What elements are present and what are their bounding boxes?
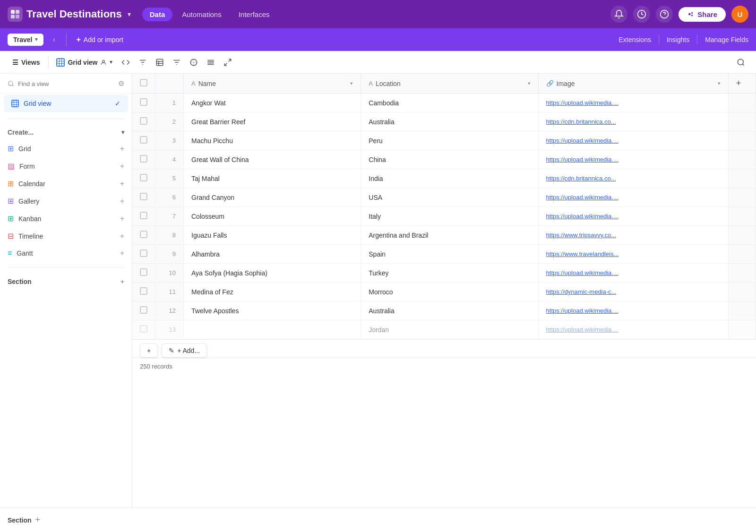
sidebar-type-gallery[interactable]: ⊞ Gallery + xyxy=(0,192,132,210)
sidebar-type-calendar-plus[interactable]: + xyxy=(120,180,124,188)
expand-icon[interactable] xyxy=(220,55,235,70)
row-location-6[interactable]: USA xyxy=(361,188,538,207)
row-image-6[interactable]: https://upload.wikimedia.... xyxy=(538,188,728,207)
sidebar-settings-icon[interactable]: ⚙ xyxy=(118,79,124,88)
row-name-1[interactable]: Angkor Wat xyxy=(184,94,361,112)
row-location-4[interactable]: China xyxy=(361,150,538,169)
row-checkbox-11[interactable] xyxy=(132,283,155,301)
sidebar-type-form[interactable]: ▤ Form + xyxy=(0,157,132,175)
row-image-12[interactable]: https://upload.wikimedia.... xyxy=(538,301,728,320)
row-location-10[interactable]: Turkey xyxy=(361,264,538,283)
row-checkbox-1[interactable] xyxy=(132,94,155,112)
sidebar-section-plus[interactable]: + xyxy=(120,278,124,285)
manage-fields-link[interactable]: Manage Fields xyxy=(705,36,748,43)
help-icon[interactable] xyxy=(656,6,673,23)
sidebar-type-timeline-plus[interactable]: + xyxy=(120,232,124,240)
row-image-1[interactable]: https://upload.wikimedia.... xyxy=(538,94,728,112)
app-title-chevron[interactable]: ▾ xyxy=(128,10,131,18)
row-name-13[interactable] xyxy=(184,320,361,339)
sidebar-type-grid-plus[interactable]: + xyxy=(120,145,124,153)
row-image-5[interactable]: https://cdn.britannica.co... xyxy=(538,169,728,188)
th-add-column[interactable]: + xyxy=(728,74,756,94)
tab-automations[interactable]: Automations xyxy=(174,8,229,21)
row-name-12[interactable]: Twelve Apostles xyxy=(184,301,361,320)
row-checkbox-13[interactable] xyxy=(132,320,155,339)
sidebar-type-grid[interactable]: ⊞ Grid + xyxy=(0,140,132,157)
sidebar-type-kanban-plus[interactable]: + xyxy=(120,215,124,223)
row-location-13[interactable]: Jordan xyxy=(361,320,538,339)
row-name-5[interactable]: Taj Mahal xyxy=(184,169,361,188)
row-image-7[interactable]: https://upload.wikimedia.... xyxy=(538,207,728,226)
row-location-3[interactable]: Peru xyxy=(361,131,538,150)
row-name-3[interactable]: Machu Picchu xyxy=(184,131,361,150)
row-image-2[interactable]: https://cdn.britannica.co... xyxy=(538,112,728,131)
row-location-1[interactable]: Cambodia xyxy=(361,94,538,112)
view-selector[interactable]: Travel ▾ xyxy=(8,34,43,46)
th-location[interactable]: A Location ▾ xyxy=(361,74,538,94)
extensions-link[interactable]: Extensions xyxy=(619,36,651,43)
th-checkbox[interactable] xyxy=(132,74,155,94)
row-checkbox-3[interactable] xyxy=(132,131,155,150)
sidebar-type-gallery-plus[interactable]: + xyxy=(120,197,124,206)
row-name-10[interactable]: Aya Sofya (Hagia Sophia) xyxy=(184,264,361,283)
row-name-8[interactable]: Iguazu Falls xyxy=(184,226,361,245)
row-name-2[interactable]: Great Barrier Reef xyxy=(184,112,361,131)
th-name[interactable]: A Name ▾ xyxy=(184,74,361,94)
views-button[interactable]: ☰ Views xyxy=(8,56,44,69)
add-import-button[interactable]: + Add or import xyxy=(72,33,127,46)
color-icon[interactable] xyxy=(186,55,201,70)
sidebar-type-gantt-plus[interactable]: + xyxy=(120,249,124,257)
row-image-10[interactable]: https://upload.wikimedia.... xyxy=(538,264,728,283)
sidebar-type-calendar[interactable]: ⊞ Calendar + xyxy=(0,175,132,192)
row-location-8[interactable]: Argentina and Brazil xyxy=(361,226,538,245)
code-icon[interactable] xyxy=(118,55,133,70)
nav-collapse-icon[interactable]: ‹ xyxy=(47,33,60,46)
row-checkbox-6[interactable] xyxy=(132,188,155,207)
row-image-11[interactable]: https://dynamic-media-c... xyxy=(538,283,728,301)
bottom-section-plus[interactable]: + xyxy=(35,515,41,525)
grid-view-selector[interactable]: Grid view ▾ xyxy=(52,56,116,69)
row-image-9[interactable]: https://www.travelandleis... xyxy=(538,245,728,264)
add-field-button[interactable]: ✎ + Add... xyxy=(162,343,207,358)
row-location-11[interactable]: Morroco xyxy=(361,283,538,301)
tab-data[interactable]: Data xyxy=(142,8,173,21)
sidebar-search-input[interactable] xyxy=(18,80,114,87)
insights-link[interactable]: Insights xyxy=(667,36,689,43)
th-image[interactable]: 🔗 Image ▾ xyxy=(538,74,728,94)
sidebar-item-grid-view[interactable]: Grid view ✓ xyxy=(4,95,128,112)
sidebar-type-gantt[interactable]: ≡ Gantt + xyxy=(0,245,132,262)
row-height-icon[interactable] xyxy=(203,55,218,70)
sort-icon[interactable] xyxy=(169,55,184,70)
row-checkbox-2[interactable] xyxy=(132,112,155,131)
row-location-9[interactable]: Spain xyxy=(361,245,538,264)
row-image-13[interactable]: https://upload.wikimedia.... xyxy=(538,320,728,339)
history-icon[interactable] xyxy=(633,6,650,23)
add-row-button[interactable]: + xyxy=(140,343,158,358)
row-name-7[interactable]: Colosseum xyxy=(184,207,361,226)
sidebar-create-button[interactable]: Create... ▾ xyxy=(0,125,132,140)
row-name-9[interactable]: Alhambra xyxy=(184,245,361,264)
row-image-3[interactable]: https://upload.wikimedia.... xyxy=(538,131,728,150)
sidebar-type-timeline[interactable]: ⊟ Timeline + xyxy=(0,227,132,245)
header-checkbox[interactable] xyxy=(140,79,147,86)
row-location-7[interactable]: Italy xyxy=(361,207,538,226)
row-checkbox-4[interactable] xyxy=(132,150,155,169)
share-button[interactable]: Share xyxy=(679,7,726,22)
row-location-12[interactable]: Australia xyxy=(361,301,538,320)
row-checkbox-8[interactable] xyxy=(132,226,155,245)
row-checkbox-5[interactable] xyxy=(132,169,155,188)
sidebar-type-kanban[interactable]: ⊞ Kanban + xyxy=(0,210,132,227)
user-avatar[interactable]: U xyxy=(731,6,748,23)
row-checkbox-9[interactable] xyxy=(132,245,155,264)
filter-icon[interactable] xyxy=(135,55,150,70)
row-name-11[interactable]: Medina of Fez xyxy=(184,283,361,301)
row-checkbox-7[interactable] xyxy=(132,207,155,226)
sidebar-type-form-plus[interactable]: + xyxy=(120,162,124,171)
row-location-2[interactable]: Australia xyxy=(361,112,538,131)
row-image-8[interactable]: https://www.tripsavvy.co... xyxy=(538,226,728,245)
row-name-4[interactable]: Great Wall of China xyxy=(184,150,361,169)
row-image-4[interactable]: https://upload.wikimedia.... xyxy=(538,150,728,169)
toolbar-search[interactable] xyxy=(733,55,748,70)
row-name-6[interactable]: Grand Canyon xyxy=(184,188,361,207)
summary-icon[interactable] xyxy=(152,55,167,70)
